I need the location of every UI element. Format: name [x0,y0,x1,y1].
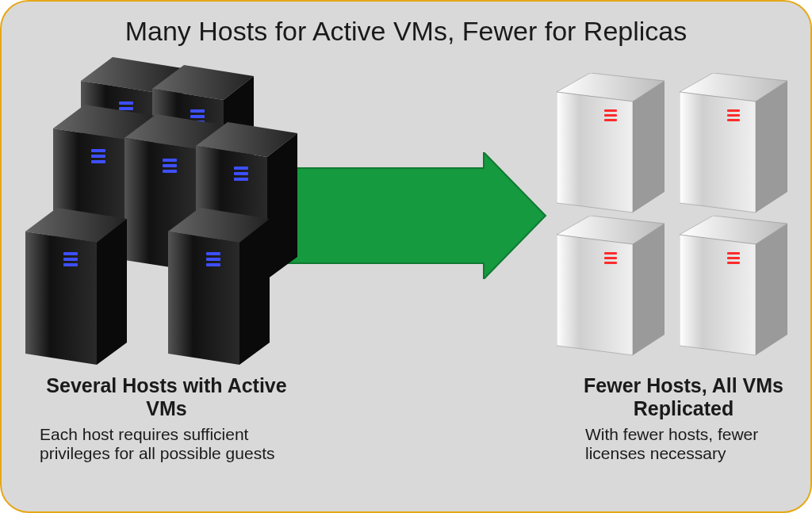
svg-rect-33 [63,252,78,255]
svg-rect-29 [234,178,248,181]
svg-rect-63 [727,252,740,255]
svg-marker-44 [557,92,633,212]
svg-rect-64 [727,257,740,259]
svg-rect-58 [604,257,617,259]
svg-marker-50 [680,92,756,212]
svg-rect-22 [163,164,177,167]
replica-hosts-cluster [557,73,795,343]
svg-marker-25 [267,133,297,279]
svg-rect-17 [91,160,105,163]
server-icon [25,208,128,366]
svg-marker-31 [97,219,127,365]
active-hosts-cluster [25,57,311,366]
server-icon [557,216,668,358]
svg-rect-51 [727,109,740,112]
svg-marker-37 [239,219,270,365]
active-hosts-subtext: Each host requires sufficient privileges… [40,425,293,465]
svg-rect-15 [91,149,105,152]
svg-marker-56 [557,235,633,355]
svg-marker-61 [756,224,787,355]
svg-marker-62 [680,235,756,355]
server-icon [557,73,668,216]
server-icon [680,73,791,216]
svg-rect-9 [190,109,205,113]
svg-rect-28 [234,172,248,175]
svg-rect-40 [206,258,220,261]
svg-marker-49 [756,81,787,212]
svg-rect-27 [234,167,248,170]
svg-rect-16 [91,155,105,158]
svg-rect-65 [727,262,740,264]
svg-rect-47 [604,119,617,121]
diagram-title: Many Hosts for Active VMs, Fewer for Rep… [2,16,810,47]
svg-rect-46 [604,114,617,117]
active-hosts-heading: Several Hosts with Active VMs [40,374,293,420]
svg-rect-41 [206,263,220,266]
svg-marker-55 [633,224,665,355]
svg-rect-53 [727,119,740,121]
svg-rect-59 [604,262,617,264]
server-icon [680,216,791,358]
svg-rect-57 [604,252,617,255]
svg-marker-43 [633,81,665,212]
active-hosts-caption: Several Hosts with Active VMs Each host … [40,374,293,464]
server-icon [168,208,271,366]
svg-rect-45 [604,109,617,112]
replica-hosts-heading: Fewer Hosts, All VMs Replicated [573,374,795,420]
svg-rect-39 [206,252,220,255]
diagram-panel: Many Hosts for Active VMs, Fewer for Rep… [0,0,812,513]
svg-rect-35 [63,263,78,266]
svg-rect-23 [163,170,177,173]
svg-marker-32 [25,232,97,365]
replica-hosts-caption: Fewer Hosts, All VMs Replicated With few… [573,374,795,464]
svg-rect-21 [163,159,177,162]
svg-rect-34 [63,258,78,261]
svg-rect-52 [727,114,740,117]
svg-marker-38 [168,232,239,365]
replica-hosts-subtext: With fewer hosts, fewer licenses necessa… [573,425,795,465]
